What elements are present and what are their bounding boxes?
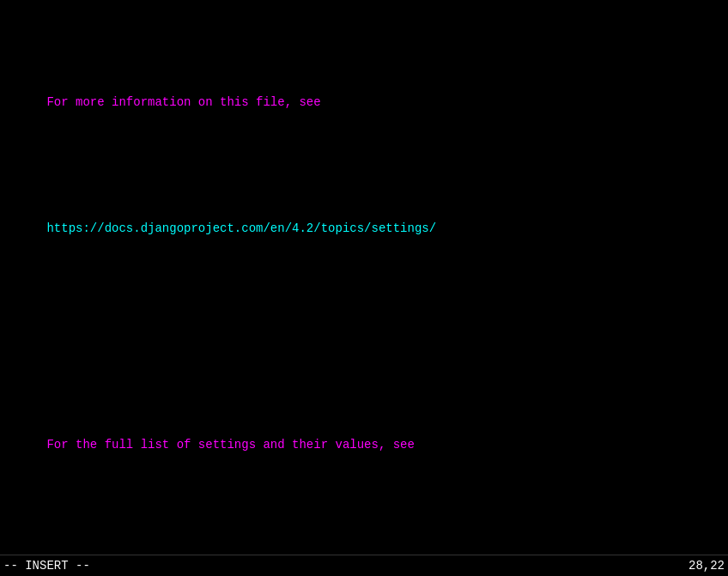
editor-container: For more information on this file, see h…: [0, 0, 728, 576]
status-bar: -- INSERT -- 28,22: [0, 555, 728, 576]
line-text: For more information on this file, see: [46, 95, 320, 109]
code-line-2: https://docs.djangoproject.com/en/4.2/to…: [0, 202, 728, 256]
code-area: For more information on this file, see h…: [0, 0, 728, 576]
status-position: 28,22: [689, 557, 725, 574]
status-mode: -- INSERT --: [3, 557, 90, 574]
code-line-1: For more information on this file, see: [0, 76, 728, 130]
line-text: https://docs.djangoproject.com/en/4.2/to…: [46, 221, 436, 235]
code-line-4: For the full list of settings and their …: [0, 418, 728, 472]
code-line-3: [0, 328, 728, 346]
line-text: For the full list of settings and their …: [46, 438, 414, 452]
